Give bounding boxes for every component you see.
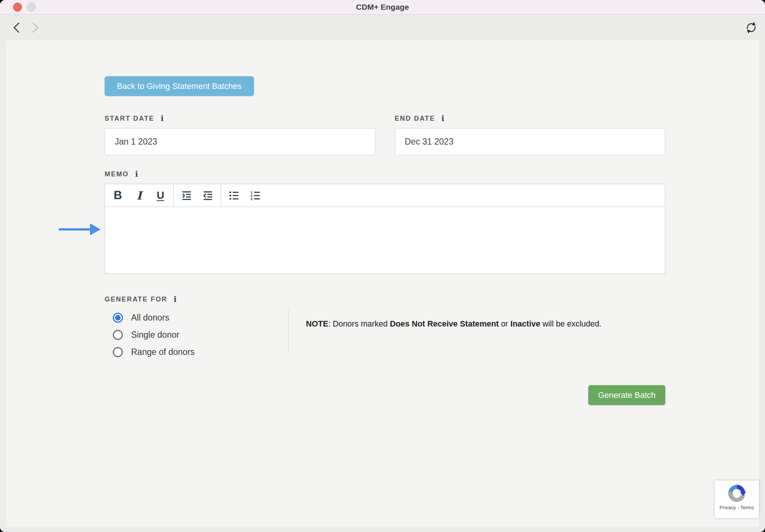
forward-nav-button[interactable] xyxy=(29,21,41,34)
radio-option-label: All donors xyxy=(131,313,169,323)
indent-button[interactable] xyxy=(176,184,197,207)
back-to-giving-statement-batches-button[interactable]: Back to Giving Statement Batches xyxy=(105,76,254,96)
end-date-info-icon[interactable]: i xyxy=(442,114,445,123)
end-date-label: END DATE xyxy=(395,115,435,123)
underline-button[interactable]: U xyxy=(150,184,171,207)
memo-toolbar: B I U xyxy=(105,184,665,207)
radio-option-range-of-donors[interactable]: Range of donors xyxy=(105,343,288,361)
numbered-list-button[interactable]: 1 2 3 xyxy=(245,184,266,207)
radio-option-label: Single donor xyxy=(131,330,179,340)
nav-bar xyxy=(0,15,765,40)
minimize-window-button[interactable] xyxy=(27,3,36,12)
recaptcha-icon xyxy=(727,483,747,504)
privacy-terms-link[interactable]: Privacy - Terms xyxy=(719,505,754,510)
outdent-icon xyxy=(202,190,213,201)
memo-editor: B I U xyxy=(105,184,665,274)
content-panel: Back to Giving Statement Batches START D… xyxy=(6,40,759,527)
start-date-input[interactable] xyxy=(105,128,375,155)
radio-option-label: Range of donors xyxy=(131,347,195,357)
generate-for-label: GENERATE FOR xyxy=(105,296,167,303)
bold-button[interactable]: B xyxy=(107,184,128,207)
radio-option-all-donors[interactable]: All donors xyxy=(105,309,288,326)
annotation-arrow xyxy=(59,223,100,235)
window-title: CDM+ Engage xyxy=(356,3,409,12)
outdent-button[interactable] xyxy=(197,184,219,207)
main-area: Back to Giving Statement Batches START D… xyxy=(0,40,765,532)
titlebar: CDM+ Engage xyxy=(0,0,765,15)
generate-batch-button[interactable]: Generate Batch xyxy=(588,385,665,405)
end-date-input[interactable] xyxy=(395,128,666,155)
numbered-list-icon: 1 2 3 xyxy=(250,190,261,201)
refresh-icon xyxy=(744,20,759,35)
start-date-info-icon[interactable]: i xyxy=(161,114,164,123)
italic-button[interactable]: I xyxy=(128,184,150,207)
memo-input[interactable] xyxy=(105,207,665,273)
generate-for-info-icon[interactable]: i xyxy=(174,295,177,304)
bullet-list-icon xyxy=(229,190,239,201)
radio-unselected-icon[interactable] xyxy=(113,330,123,340)
generate-for-options: All donorsSingle donorRange of donors xyxy=(105,309,288,361)
start-date-label: START DATE xyxy=(105,115,154,123)
app-window: CDM+ Engage xyxy=(0,0,765,532)
close-window-button[interactable] xyxy=(13,3,22,12)
bullet-list-button[interactable] xyxy=(223,184,245,207)
svg-text:3: 3 xyxy=(251,197,253,201)
indent-icon xyxy=(181,190,192,201)
traffic-lights xyxy=(13,0,36,14)
memo-label: MEMO xyxy=(105,170,129,178)
memo-info-icon[interactable]: i xyxy=(135,170,138,179)
back-nav-button[interactable] xyxy=(11,21,23,34)
radio-option-single-donor[interactable]: Single donor xyxy=(105,326,288,343)
note-text: NOTE: Donors marked Does Not Receive Sta… xyxy=(289,309,601,361)
chevron-right-icon xyxy=(29,21,40,34)
radio-unselected-icon[interactable] xyxy=(113,347,123,357)
refresh-button[interactable] xyxy=(744,20,759,35)
recaptcha-badge[interactable]: Privacy - Terms xyxy=(715,480,759,518)
radio-selected-icon[interactable] xyxy=(113,313,123,323)
chevron-left-icon xyxy=(12,21,23,34)
